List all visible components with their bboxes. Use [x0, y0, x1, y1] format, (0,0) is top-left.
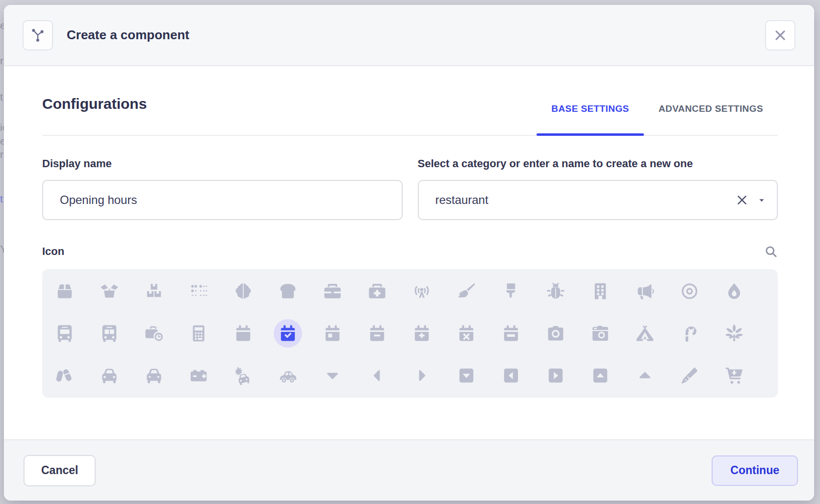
briefcase-medical-icon[interactable] [355, 270, 399, 312]
icon-grid [42, 269, 778, 398]
braille-icon[interactable] [176, 270, 221, 312]
icon-circle [318, 319, 347, 348]
car-side-icon[interactable] [265, 354, 310, 397]
candy-cane-icon[interactable] [667, 312, 712, 354]
icon-circle [184, 319, 213, 348]
icon-circle [184, 277, 213, 305]
icon-circle [363, 319, 391, 348]
caret-square-left-icon[interactable] [488, 354, 533, 397]
icon-circle [184, 361, 213, 390]
icon-grid-row [42, 270, 778, 312]
modal-body: Configurations BASE SETTINGSADVANCED SET… [4, 66, 814, 439]
capsules-icon[interactable] [42, 354, 87, 397]
icon-circle [318, 361, 347, 390]
broom-icon[interactable] [444, 270, 488, 312]
configurations-row: Configurations BASE SETTINGSADVANCED SET… [42, 96, 778, 136]
category-select[interactable]: restaurant [418, 180, 778, 220]
component-share-icon [23, 20, 53, 50]
calculator-icon[interactable] [176, 312, 221, 354]
caret-square-up-icon[interactable] [578, 354, 622, 397]
cancel-button[interactable]: Cancel [24, 455, 96, 486]
icon-label: Icon [42, 245, 64, 258]
icon-circle [95, 319, 124, 348]
icon-circle [51, 319, 79, 348]
caret-right-icon[interactable] [399, 354, 444, 397]
business-time-icon[interactable] [131, 312, 176, 354]
camera-retro-icon[interactable] [578, 312, 622, 354]
caret-up-icon[interactable] [622, 354, 667, 397]
box-icon[interactable] [42, 270, 87, 312]
fields-row: Display name Select a category or enter … [42, 157, 778, 220]
search-icon[interactable] [764, 245, 778, 258]
car-icon[interactable] [87, 354, 131, 397]
broadcast-tower-icon[interactable] [399, 270, 444, 312]
caret-square-down-icon[interactable] [444, 354, 488, 397]
box-open-icon[interactable] [87, 270, 131, 312]
modal-footer: Cancel Continue [4, 439, 814, 501]
calendar-day-icon[interactable] [310, 312, 355, 354]
icon-circle [229, 319, 257, 348]
icon-circle [140, 277, 168, 305]
calendar-minus-icon[interactable] [355, 312, 399, 354]
bus-alt-icon[interactable] [87, 312, 131, 354]
caret-down-icon[interactable] [757, 196, 766, 204]
calendar-week-icon[interactable] [488, 312, 533, 354]
campground-icon[interactable] [622, 312, 667, 354]
continue-button[interactable]: Continue [712, 455, 798, 486]
camera-icon[interactable] [533, 312, 578, 354]
icon-circle [586, 319, 615, 348]
close-icon[interactable] [765, 20, 795, 50]
calendar-check-icon[interactable] [265, 312, 310, 354]
icon-circle [140, 361, 168, 390]
backdrop-text-fragment: r [0, 149, 3, 160]
icon-circle [274, 277, 302, 305]
icon-circle [452, 277, 481, 305]
icon-grid-row [42, 354, 778, 397]
burn-icon[interactable] [712, 270, 756, 312]
bug-icon[interactable] [533, 270, 578, 312]
display-name-label: Display name [42, 157, 403, 170]
briefcase-icon[interactable] [310, 270, 355, 312]
caret-down-icon[interactable] [310, 354, 355, 397]
cannabis-icon[interactable] [712, 312, 756, 354]
tab-base-settings[interactable]: BASE SETTINGS [537, 103, 643, 135]
tab-advanced-settings[interactable]: ADVANCED SETTINGS [644, 103, 778, 135]
bullseye-icon[interactable] [667, 270, 712, 312]
icon-circle [452, 319, 481, 348]
icon-circle [229, 277, 257, 305]
caret-left-icon[interactable] [355, 354, 399, 397]
icon-circle [452, 361, 481, 390]
icon-circle [675, 277, 704, 305]
icon-circle [541, 277, 570, 305]
bus-icon[interactable] [42, 312, 87, 354]
icon-circle [675, 361, 704, 390]
icon-circle [363, 277, 391, 305]
clear-x-icon[interactable] [736, 194, 748, 206]
calendar-icon[interactable] [221, 312, 265, 354]
boxes-icon[interactable] [131, 270, 176, 312]
calendar-plus-icon[interactable] [399, 312, 444, 354]
icon-circle [408, 277, 436, 305]
category-label: Select a category or enter a name to cre… [418, 157, 778, 170]
brain-icon[interactable] [221, 270, 265, 312]
brush-icon[interactable] [488, 270, 533, 312]
backdrop-text-fragment: t [0, 193, 3, 205]
car-battery-icon[interactable] [176, 354, 221, 397]
bread-slice-icon[interactable] [265, 270, 310, 312]
bullhorn-icon[interactable] [622, 270, 667, 312]
car-alt-icon[interactable] [131, 354, 176, 397]
icon-circle [720, 319, 748, 348]
caret-square-right-icon[interactable] [533, 354, 578, 397]
screen: erticertY Create a component Configura [0, 0, 820, 504]
icon-circle [541, 361, 570, 390]
icon-picker-header: Icon [42, 245, 778, 258]
car-crash-icon[interactable] [221, 354, 265, 397]
display-name-input[interactable] [42, 180, 403, 220]
carrot-icon[interactable] [667, 354, 712, 397]
building-icon[interactable] [578, 270, 622, 312]
icon-circle [318, 277, 347, 305]
modal-header: Create a component [4, 5, 814, 66]
calendar-times-icon[interactable] [444, 312, 488, 354]
category-field-group: Select a category or enter a name to cre… [418, 157, 778, 220]
cart-arrow-down-icon[interactable] [712, 354, 756, 397]
